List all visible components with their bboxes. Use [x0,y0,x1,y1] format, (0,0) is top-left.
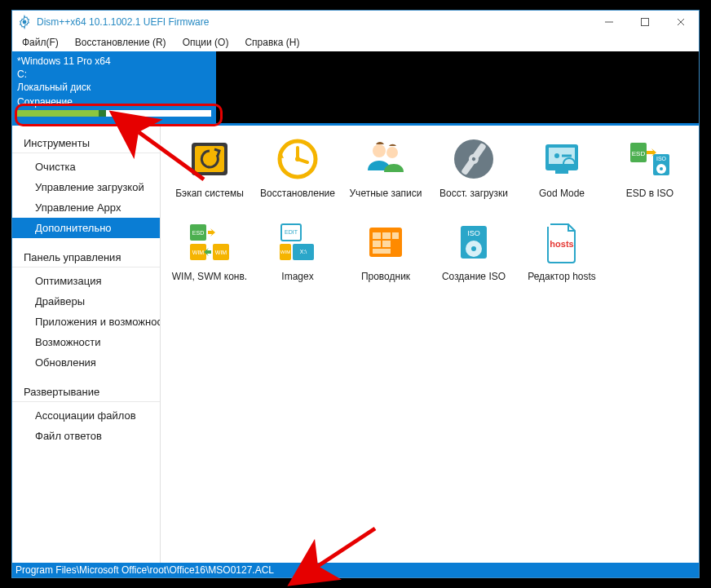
sidebar-item-optimization[interactable]: Оптимизация [12,271,160,291]
svg-point-11 [373,144,386,157]
tool-backup-system[interactable]: Бэкап системы [166,134,254,217]
titlebar: Dism++x64 10.1.1002.1 UEFI Firmware [12,11,699,33]
sidebar-item-boot-mgmt[interactable]: Управление загрузкой [12,177,160,197]
osinfo-black-area [216,51,699,123]
menubar: Файл(F) Восстановление (R) Опции (O) Спр… [12,33,699,51]
tool-label: ESD в ISO [626,188,673,199]
maximize-button[interactable] [627,11,663,33]
tool-label: WIM, SWM конв. [172,271,247,282]
imagex-icon: EDITX:\WIM [274,219,321,266]
svg-rect-43 [382,232,391,239]
svg-text:ESD: ESD [192,230,204,236]
sidebar-item-file-assoc[interactable]: Ассоциации файлов [12,405,160,426]
svg-text:ISO: ISO [467,229,480,237]
tool-label: Редактор hosts [528,271,596,282]
sidebar-item-drivers[interactable]: Драйверы [12,291,160,312]
tool-hosts-editor[interactable]: hosts Редактор hosts [518,217,606,300]
window-title: Dism++x64 10.1.1002.1 UEFI Firmware [37,16,591,28]
menu-file[interactable]: Файл(F) [15,35,65,50]
progress-bar [17,110,211,117]
osinfo-panel[interactable]: *Windows 11 Pro x64 C: Локальный диск Со… [12,51,216,123]
tool-user-accounts[interactable]: Учетные записи [342,134,430,217]
tool-label: Imagex [281,271,313,282]
svg-point-20 [554,153,559,158]
svg-text:EDIT: EDIT [285,229,298,235]
tool-label: Восстановление [260,188,335,199]
svg-point-51 [471,246,476,251]
boot-recover-icon [450,135,497,183]
svg-point-12 [386,147,398,158]
menu-options[interactable]: Опции (O) [176,35,236,50]
tool-create-iso[interactable]: ISO Создание ISO [430,217,518,300]
app-window: Dism++x64 10.1.1002.1 UEFI Firmware Файл… [11,10,700,578]
menu-recovery[interactable]: Восстановление (R) [68,35,173,50]
tool-god-mode[interactable]: God Mode [518,134,606,217]
sidebar-section-tools: Инструменты [12,132,160,153]
statusbar: Program Files\Microsoft Office\root\Offi… [12,563,699,577]
sidebar-item-features[interactable]: Возможности [12,332,160,352]
svg-text:X:\: X:\ [300,249,307,254]
tool-label: Бэкап системы [175,188,244,199]
create-iso-icon: ISO [450,219,497,266]
status-path: Program Files\Microsoft Office\root\Offi… [15,564,274,576]
tool-label: Проводник [361,271,410,282]
svg-rect-46 [382,241,391,247]
esd-to-iso-icon: ESDISO [626,135,673,183]
svg-rect-47 [373,249,391,254]
sidebar-item-advanced[interactable]: Дополнительно [12,218,160,238]
tool-label: God Mode [539,188,585,199]
osinfo-strip: *Windows 11 Pro x64 C: Локальный диск Со… [12,51,699,123]
svg-point-0 [23,20,27,24]
svg-rect-22 [555,170,568,174]
tool-restore[interactable]: Восстановление [254,134,342,217]
svg-rect-45 [373,241,381,247]
menu-help[interactable]: Справка (H) [238,35,306,50]
explorer-icon [362,219,409,266]
tool-boot-recover[interactable]: Восст. загрузки [430,134,518,217]
sidebar-item-answer-file[interactable]: Файл ответов [12,426,160,446]
close-button[interactable] [663,11,699,33]
app-gear-icon [17,15,32,29]
user-accounts-icon [362,135,409,183]
osinfo-drive: C: [17,68,211,81]
tool-grid: Бэкап системы Восстановление Учетные зап… [161,126,699,563]
tool-esd-to-iso[interactable]: ESDISO ESD в ISO [606,134,694,217]
osinfo-disk-label: Локальный диск [17,81,211,94]
svg-rect-42 [373,232,381,239]
god-mode-icon [538,135,585,183]
svg-rect-44 [392,232,399,239]
svg-text:WIM: WIM [280,250,290,254]
tool-explorer[interactable]: Проводник [342,217,430,300]
svg-text:WIM: WIM [192,250,205,255]
sidebar-item-appx-mgmt[interactable]: Управление Appx [12,197,160,218]
svg-rect-2 [642,19,649,26]
tool-wim-swm-conv[interactable]: ESDWIMWIM WIM, SWM конв. [166,217,254,300]
svg-point-27 [660,167,663,170]
wim-swm-conv-icon: ESDWIMWIM [186,219,233,266]
svg-text:WIM: WIM [215,250,227,255]
sidebar: Инструменты Очистка Управление загрузкой… [12,126,161,563]
main-area: Инструменты Очистка Управление загрузкой… [12,126,699,563]
minimize-button[interactable] [591,11,627,33]
svg-text:hosts: hosts [550,239,573,249]
svg-text:ISO: ISO [656,156,667,161]
sidebar-item-cleanup[interactable]: Очистка [12,157,160,177]
tool-label: Восст. загрузки [439,188,508,199]
progress-label: Сохранение [17,95,211,108]
sidebar-item-updates[interactable]: Обновления [12,352,160,373]
osinfo-os-name: *Windows 11 Pro x64 [17,55,211,68]
backup-system-icon [186,135,233,183]
svg-line-10 [298,159,307,162]
sidebar-section-deploy: Развертывание [12,381,160,402]
tool-label: Создание ISO [442,271,506,282]
tool-label: Учетные записи [350,188,422,199]
restore-icon [274,135,321,183]
hosts-editor-icon: hosts [538,219,585,266]
tool-imagex[interactable]: EDITX:\WIM Imagex [254,217,342,300]
sidebar-item-apps-features[interactable]: Приложения и возможности [12,312,160,332]
svg-text:ESD: ESD [632,150,646,157]
sidebar-section-controlpanel: Панель управления [12,246,160,267]
